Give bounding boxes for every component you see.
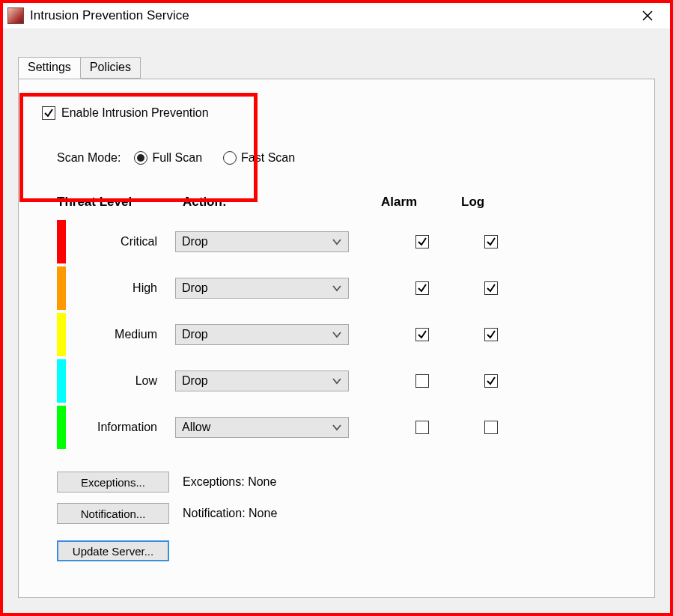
scan-mode-option-full[interactable]: Full Scan [134,151,202,165]
threat-level-label: Information [66,421,175,434]
action-dropdown[interactable]: Drop [175,370,349,391]
title-bar: Intrusion Prevention Service [3,3,670,29]
window: Intrusion Prevention Service Settings Po… [0,0,673,616]
scan-mode-row: Scan Mode: Full Scan Fast Scan [57,151,316,165]
checkmark-icon [486,376,496,386]
log-checkbox[interactable] [484,235,498,248]
window-title: Intrusion Prevention Service [30,8,633,23]
threat-color-bar [57,266,66,310]
client-area: Settings Policies Enable Intrusion Preve… [3,28,670,613]
log-checkbox[interactable] [484,421,498,434]
checkmark-icon [417,283,427,293]
radio-fast-scan-label: Fast Scan [241,151,295,165]
scan-mode-group: Full Scan Fast Scan [134,151,316,165]
tab-strip: Settings Policies [18,57,141,79]
action-value: Drop [182,235,208,248]
threat-row: HighDrop [57,265,521,311]
notification-button[interactable]: Notification... [57,503,169,524]
chevron-down-icon [332,424,342,431]
alarm-checkbox[interactable] [415,374,429,388]
chevron-down-icon [332,331,342,338]
threat-color-bar [57,220,66,263]
chevron-down-icon [332,377,342,385]
threat-rows: CriticalDropHighDropMediumDropLowDropInf… [57,219,521,451]
close-icon [642,10,653,21]
threat-row: MediumDrop [57,311,521,358]
checkmark-icon [486,283,496,293]
action-value: Allow [182,421,210,434]
checkmark-icon [43,108,54,118]
action-dropdown[interactable]: Allow [175,417,349,438]
chevron-down-icon [332,284,342,292]
threat-level-label: Critical [66,235,175,248]
bottom-area: Exceptions... Exceptions: None Notificat… [57,472,277,572]
tab-settings[interactable]: Settings [18,57,81,79]
header-log: Log [461,195,484,210]
enable-row: Enable Intrusion Prevention [42,106,209,120]
enable-label: Enable Intrusion Prevention [61,106,209,120]
threat-row: CriticalDrop [57,219,521,265]
alarm-checkbox[interactable] [415,328,429,341]
radio-full-scan-label: Full Scan [152,151,202,165]
header-threat-level: Threat Level [57,195,132,210]
header-alarm: Alarm [381,195,417,210]
threat-row: InformationAllow [57,404,521,451]
action-value: Drop [182,281,208,295]
action-dropdown[interactable]: Drop [175,324,349,345]
threat-color-bar [57,406,66,449]
close-button[interactable] [633,6,663,25]
radio-full-scan[interactable] [134,151,147,165]
exceptions-button[interactable]: Exceptions... [57,472,169,493]
action-value: Drop [182,374,208,388]
checkmark-icon [486,237,496,247]
threat-row: LowDrop [57,358,521,404]
checkmark-icon [417,237,427,247]
checkmark-icon [417,329,427,340]
update-server-button[interactable]: Update Server... [57,540,169,561]
exceptions-status: Exceptions: None [183,475,276,489]
action-value: Drop [182,328,208,341]
action-dropdown[interactable]: Drop [175,278,349,299]
log-checkbox[interactable] [484,328,498,341]
threat-level-label: Low [66,374,175,388]
tab-policies[interactable]: Policies [81,57,141,79]
header-action: Action: [183,195,227,210]
threat-color-bar [57,359,66,403]
log-checkbox[interactable] [484,374,498,388]
radio-fast-scan[interactable] [223,151,237,165]
threat-level-label: Medium [66,328,175,341]
enable-checkbox[interactable] [42,106,55,120]
alarm-checkbox[interactable] [415,421,429,434]
alarm-checkbox[interactable] [415,281,429,295]
log-checkbox[interactable] [484,281,498,295]
scan-mode-option-fast[interactable]: Fast Scan [223,151,295,165]
app-icon [7,7,24,24]
notification-status: Notification: None [183,507,277,520]
threat-level-label: High [66,281,175,295]
scan-mode-label: Scan Mode: [57,151,121,165]
alarm-checkbox[interactable] [415,235,429,248]
threat-color-bar [57,313,66,356]
action-dropdown[interactable]: Drop [175,231,349,252]
checkmark-icon [486,329,496,340]
chevron-down-icon [332,238,342,246]
